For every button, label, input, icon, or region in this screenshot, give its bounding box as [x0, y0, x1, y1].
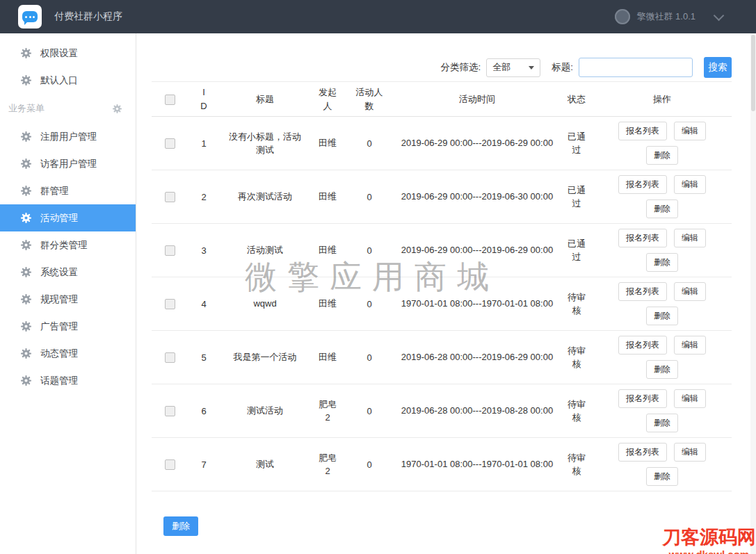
row-delete-button[interactable]: 删除 — [646, 414, 678, 432]
top-header: 付费社群小程序 擎微社群 1.0.1 — [0, 0, 756, 33]
row-time: 2019-06-28 00:00---2019-08-28 00:00 — [394, 384, 561, 438]
row-title: 活动测试 — [220, 224, 310, 277]
category-select[interactable]: 全部 — [486, 58, 540, 77]
table-row: 2再次测试活动田维02019-06-29 00:00---2019-06-30 … — [152, 170, 732, 224]
title-filter-label: 标题: — [552, 61, 573, 74]
edit-button[interactable]: 编辑 — [674, 443, 706, 462]
row-title: 没有小标题，活动测试 — [220, 117, 310, 170]
sidebar-item-label: 广告管理 — [40, 320, 78, 333]
row-checkbox[interactable] — [165, 192, 175, 202]
sidebar-item[interactable]: 注册用户管理 — [0, 123, 136, 150]
gear-icon — [21, 213, 31, 223]
edit-button[interactable]: 编辑 — [674, 122, 706, 140]
signup-list-button[interactable]: 报名列表 — [618, 122, 667, 140]
edit-button[interactable]: 编辑 — [674, 282, 706, 301]
edit-button[interactable]: 编辑 — [674, 389, 706, 408]
search-button[interactable]: 搜索 — [704, 57, 732, 78]
sidebar-item[interactable]: 权限设置 — [0, 40, 136, 67]
gear-icon — [21, 48, 31, 58]
sidebar-item-label: 活动管理 — [40, 212, 78, 225]
table-header-row: ID标题发起人活动人数活动时间状态操作 — [152, 82, 732, 117]
row-delete-button[interactable]: 删除 — [646, 199, 678, 218]
signup-list-button[interactable]: 报名列表 — [618, 389, 667, 408]
sidebar-item-label: 群分类管理 — [40, 239, 88, 252]
row-initiator: 田维 — [310, 224, 345, 277]
table-row: 1没有小标题，活动测试田维02019-06-29 00:00---2019-06… — [152, 117, 732, 170]
chevron-down-icon[interactable] — [714, 10, 725, 21]
sidebar-item[interactable]: 访客用户管理 — [0, 150, 136, 177]
sidebar-item[interactable]: 规现管理 — [0, 286, 136, 313]
row-checkbox[interactable] — [165, 406, 175, 416]
row-checkbox[interactable] — [165, 352, 175, 363]
category-select-value: 全部 — [492, 61, 510, 74]
signup-list-button[interactable]: 报名列表 — [618, 336, 667, 355]
row-status: 已通过 — [561, 224, 593, 277]
edit-button[interactable]: 编辑 — [674, 336, 706, 355]
row-delete-button[interactable]: 删除 — [646, 360, 678, 379]
row-count: 0 — [345, 224, 394, 277]
row-title: 测试活动 — [220, 384, 310, 438]
app-logo-icon — [18, 5, 42, 28]
row-time: 2019-06-29 00:00---2019-06-30 00:00 — [394, 170, 561, 224]
row-checkbox[interactable] — [165, 299, 175, 309]
sidebar-item-label: 访客用户管理 — [40, 158, 97, 170]
filter-bar: 分类筛选: 全部 标题: 搜索 — [137, 57, 732, 78]
main-content: 分类筛选: 全部 标题: 搜索 ID标题发起人活动人数活动时间状态操作 1没有小… — [137, 33, 756, 554]
sidebar-top-items: 权限设置默认入口 — [0, 40, 136, 94]
title-input[interactable] — [579, 58, 693, 77]
row-checkbox[interactable] — [165, 138, 175, 149]
sidebar-item[interactable]: 群管理 — [0, 177, 136, 204]
sidebar-item-active[interactable]: 活动管理 — [0, 204, 136, 231]
row-initiator: 田维 — [310, 117, 345, 170]
row-checkbox[interactable] — [165, 459, 175, 470]
gear-icon — [21, 131, 31, 142]
row-checkbox[interactable] — [165, 245, 175, 256]
table-row: 3活动测试田维02019-06-29 00:00---2019-06-29 00… — [152, 224, 732, 277]
scrollbar-thumb[interactable] — [751, 35, 755, 111]
signup-list-button[interactable]: 报名列表 — [618, 443, 667, 462]
sidebar-item-label: 规现管理 — [40, 293, 78, 306]
sidebar-item[interactable]: 动态管理 — [0, 340, 136, 367]
vertical-scrollbar[interactable] — [750, 33, 756, 554]
gear-icon — [21, 186, 31, 196]
edit-button[interactable]: 编辑 — [674, 175, 706, 194]
brand-icon — [615, 9, 630, 24]
row-status: 待审核 — [561, 384, 593, 438]
column-header: 活动时间 — [394, 82, 561, 117]
row-delete-button[interactable]: 删除 — [646, 307, 678, 325]
account-menu[interactable]: 擎微社群 1.0.1 — [615, 9, 723, 24]
bulk-delete-button[interactable]: 删除 — [163, 516, 198, 536]
row-delete-button[interactable]: 删除 — [646, 253, 678, 272]
table-row: 7测试肥皂201970-01-01 08:00---1970-01-01 08:… — [152, 438, 732, 491]
gear-icon — [21, 158, 31, 169]
sidebar-item-label: 权限设置 — [40, 47, 78, 60]
sidebar-item[interactable]: 群分类管理 — [0, 231, 136, 259]
signup-list-button[interactable]: 报名列表 — [618, 229, 667, 247]
sidebar-item-label: 动态管理 — [40, 348, 78, 360]
select-all-checkbox[interactable] — [165, 95, 175, 105]
sidebar-item[interactable]: 话题管理 — [0, 367, 136, 394]
row-delete-button[interactable]: 删除 — [646, 467, 678, 486]
row-title: 我是第一个活动 — [220, 331, 310, 384]
row-delete-button[interactable]: 删除 — [646, 146, 678, 165]
sidebar-section-business-menu: 业务菜单 — [0, 94, 136, 123]
signup-list-button[interactable]: 报名列表 — [618, 282, 667, 301]
row-count: 0 — [345, 170, 394, 224]
sidebar-item[interactable]: 系统设置 — [0, 259, 136, 286]
row-id: 7 — [188, 438, 220, 491]
row-count: 0 — [345, 438, 394, 491]
sidebar-item[interactable]: 广告管理 — [0, 313, 136, 340]
row-initiator: 田维 — [310, 277, 345, 331]
row-id: 2 — [188, 170, 220, 224]
row-status: 待审核 — [561, 277, 593, 331]
edit-button[interactable]: 编辑 — [674, 229, 706, 247]
signup-list-button[interactable]: 报名列表 — [618, 175, 667, 194]
row-initiator: 肥皂2 — [310, 384, 345, 438]
gear-icon[interactable] — [113, 104, 122, 113]
sidebar-item[interactable]: 默认入口 — [0, 67, 136, 94]
row-time: 1970-01-01 08:00---1970-01-01 08:00 — [394, 438, 561, 491]
row-time: 2019-06-29 00:00---2019-06-29 00:00 — [394, 117, 561, 170]
gear-icon — [21, 75, 31, 85]
row-count: 0 — [345, 277, 394, 331]
row-title: wqwd — [220, 277, 310, 331]
